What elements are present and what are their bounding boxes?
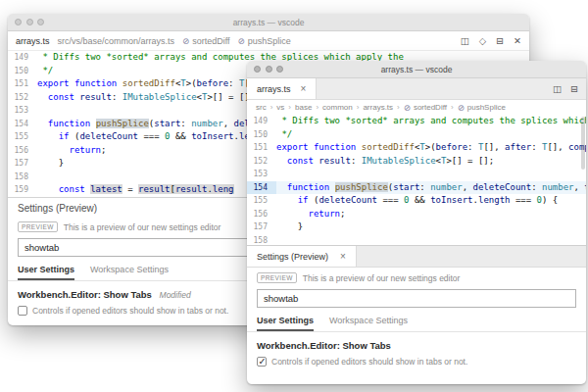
- file-path-breadcrumb[interactable]: src/vs/base/common/arrays.ts: [58, 36, 175, 46]
- tab-user-settings[interactable]: User Settings: [18, 265, 74, 280]
- breadcrumb-item[interactable]: src: [256, 103, 267, 112]
- modified-indicator: Modified: [160, 290, 191, 300]
- line-number: 152: [8, 91, 37, 105]
- minimize-window-button[interactable]: [266, 66, 272, 73]
- code-editor[interactable]: 149 * Diffs two *sorted* arrays and comp…: [247, 115, 586, 245]
- open-changes-icon[interactable]: ◇: [479, 35, 486, 46]
- breadcrumb-symbol-pushsplice[interactable]: ⊘ pushSplice: [238, 36, 291, 46]
- line-number: 150: [8, 65, 37, 78]
- line-number: 157: [247, 220, 276, 234]
- code-line-158[interactable]: 158: [247, 234, 586, 246]
- line-number: 151: [247, 141, 276, 155]
- preview-badge: PREVIEW: [18, 221, 58, 232]
- code-text: */: [276, 128, 292, 142]
- line-number: 156: [8, 144, 37, 158]
- breadcrumb-item[interactable]: arrays.ts: [363, 103, 393, 112]
- line-number: 158: [8, 171, 37, 184]
- preview-notice-text: This is a preview of our new settings ed…: [303, 273, 461, 283]
- tab-settings-preview[interactable]: Settings (Preview) ×: [247, 246, 357, 267]
- line-number: 149: [247, 115, 276, 128]
- code-line-157[interactable]: 157 }: [247, 220, 586, 234]
- code-line-155[interactable]: 155 if (deleteCount === 0 && toInsert.le…: [247, 194, 586, 208]
- code-line-149[interactable]: 149 * Diffs two *sorted* arrays and comp…: [247, 115, 586, 128]
- tab-label: arrays.ts: [257, 84, 291, 94]
- traffic-lights: [15, 19, 44, 25]
- breadcrumb-item[interactable]: vs: [276, 103, 284, 112]
- tab-label: Settings (Preview): [257, 252, 328, 262]
- symbol-label: sortedDiff: [414, 103, 447, 112]
- line-number: 150: [247, 128, 276, 142]
- toggle-layout-icon[interactable]: ⊟: [496, 35, 504, 46]
- setting-description: Controls if opened editors should show i…: [271, 357, 467, 368]
- method-symbol-icon: ⊘: [458, 103, 465, 113]
- zoom-window-button[interactable]: [276, 66, 283, 73]
- tab-workspace-settings[interactable]: Workspace Settings: [329, 316, 408, 331]
- tab-arrays-ts[interactable]: arrays.ts ×: [247, 78, 317, 99]
- file-name-label: arrays.ts: [16, 36, 50, 46]
- chevron-right-icon: ›: [270, 103, 273, 112]
- search-value: showtab: [264, 293, 298, 304]
- preview-notice: PREVIEW This is a preview of our new set…: [247, 268, 586, 285]
- line-number: 153: [8, 104, 37, 118]
- code-line-156[interactable]: 156 return;: [247, 208, 586, 221]
- code-text: }: [276, 220, 303, 234]
- titlebar[interactable]: arrays.ts — vscode: [247, 61, 586, 78]
- line-number: 157: [8, 157, 37, 171]
- tab-workspace-settings[interactable]: Workspace Settings: [90, 265, 169, 280]
- code-text: function pushSplice(start: number, delet…: [276, 181, 586, 195]
- setting-category: Workbench.Editor:: [18, 289, 101, 300]
- breadcrumb-symbol-sorteddiff[interactable]: ⊘ sortedDiff: [404, 103, 447, 113]
- settings-scope-tabs: User Settings Workspace Settings: [247, 312, 586, 332]
- breadcrumb-item[interactable]: common: [322, 103, 353, 112]
- split-editor-icon[interactable]: ◫: [553, 83, 562, 94]
- editor-actions: ◫ ⊟: [545, 78, 586, 99]
- code-line-154[interactable]: 154 function pushSplice(start: number, d…: [247, 181, 586, 195]
- close-tab-icon[interactable]: ×: [340, 251, 346, 262]
- code-text: * Diffs two *sorted* arrays and computes…: [276, 115, 586, 128]
- code-line-151[interactable]: 151export function sortedDiff<T>(before:…: [247, 141, 586, 155]
- setting-description: Controls if opened editors should show i…: [32, 306, 228, 317]
- line-number: 158: [247, 234, 276, 246]
- show-tabs-checkbox[interactable]: [257, 357, 267, 367]
- editor-title-header: arrays.ts src/vs/base/common/arrays.ts ⊘…: [8, 31, 529, 51]
- settings-search-input[interactable]: showtab: [257, 289, 576, 308]
- titlebar[interactable]: arrays.ts — vscode: [8, 14, 529, 31]
- minimize-window-button[interactable]: [26, 19, 33, 25]
- line-number: 156: [247, 208, 276, 221]
- zoom-window-button[interactable]: [37, 19, 44, 25]
- toggle-layout-icon[interactable]: ⊟: [570, 83, 578, 94]
- chevron-right-icon: ›: [316, 103, 318, 112]
- setting-category: Workbench.Editor:: [257, 340, 340, 351]
- code-text: const result: IMutableSplice<T>[] = [];: [276, 155, 494, 169]
- tab-user-settings[interactable]: User Settings: [257, 316, 314, 331]
- chevron-right-icon: ›: [357, 103, 360, 112]
- close-window-button[interactable]: [15, 19, 22, 25]
- close-tab-icon[interactable]: ×: [301, 83, 307, 94]
- symbol-label: pushSplice: [248, 36, 291, 46]
- code-text: return;: [37, 144, 106, 158]
- code-text: return;: [276, 208, 345, 221]
- show-tabs-checkbox[interactable]: [18, 306, 27, 316]
- setting-name: Show Tabs: [342, 340, 390, 351]
- vertical-scrollbar[interactable]: [581, 117, 585, 170]
- code-text: if (deleteCount === 0 && toInsert.length…: [276, 194, 558, 208]
- split-editor-icon[interactable]: ◫: [461, 35, 469, 46]
- line-number: 154: [8, 118, 37, 131]
- preview-badge: PREVIEW: [257, 272, 297, 283]
- breadcrumb-symbol-sorteddiff[interactable]: ⊘ sortedDiff: [182, 36, 229, 46]
- close-window-button[interactable]: [254, 66, 261, 73]
- symbol-label: pushSplice: [467, 103, 506, 112]
- close-editor-icon[interactable]: ✕: [514, 35, 521, 46]
- editor-tab-bar: arrays.ts × ◫ ⊟: [247, 78, 586, 100]
- code-line-150[interactable]: 150 */: [247, 128, 586, 142]
- line-number: 159: [8, 183, 37, 197]
- traffic-lights: [254, 66, 283, 73]
- method-symbol-icon: ⊘: [182, 36, 189, 46]
- setting-show-tabs-title: Workbench.Editor: Show Tabs: [247, 332, 586, 353]
- chevron-right-icon: ›: [397, 103, 400, 112]
- line-number: 151: [8, 77, 37, 91]
- breadcrumb-item[interactable]: base: [295, 103, 312, 112]
- breadcrumb-symbol-pushsplice[interactable]: ⊘ pushSplice: [458, 103, 506, 113]
- code-line-153[interactable]: 153: [247, 168, 586, 181]
- code-line-152[interactable]: 152 const result: IMutableSplice<T>[] = …: [247, 155, 586, 169]
